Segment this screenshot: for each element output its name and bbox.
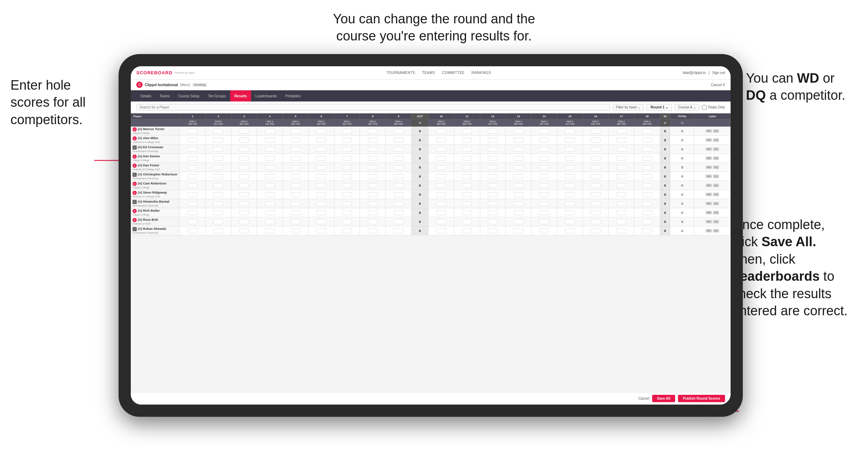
hole-3-input[interactable] [239,147,249,152]
hole-18-input[interactable] [642,147,652,152]
hole-4-input[interactable] [265,201,275,206]
hole-2-input[interactable] [213,192,223,197]
hole-14-input[interactable] [539,174,549,179]
filter-by-team-button[interactable]: Filter by team ⌄ [613,104,644,111]
save-all-button[interactable]: Save All [652,395,675,402]
hole-18-input[interactable] [642,219,652,224]
course-selector[interactable]: Course A ⌄ [675,104,699,111]
hole-6-input[interactable] [316,174,326,179]
nav-tournaments[interactable]: TOURNAMENTS [386,71,415,75]
dq-button[interactable]: DQ [713,138,719,142]
hole-15-input[interactable] [565,219,575,224]
dq-button[interactable]: DQ [713,156,719,160]
hole-5-input[interactable] [291,183,301,188]
hole-11-input[interactable] [462,165,472,170]
hole-6-input[interactable] [316,156,326,161]
hole-5-input[interactable] [291,138,301,143]
hole-3-input[interactable] [239,165,249,170]
hole-6-input[interactable] [316,165,326,170]
hole-6-input[interactable] [316,219,326,224]
hole-17-input[interactable] [617,210,626,215]
tab-results[interactable]: Results [230,90,251,101]
wd-button[interactable]: WD [705,147,712,151]
hole-4-input[interactable] [265,174,275,179]
hole-1-input[interactable] [188,129,197,134]
hole-7-input[interactable] [342,129,352,134]
hole-8-input[interactable] [368,129,378,134]
hole-4-input[interactable] [265,219,275,224]
wd-button[interactable]: WD [705,165,712,169]
wd-button[interactable]: WD [705,193,712,196]
hole-10-input[interactable] [436,156,446,161]
dq-button[interactable]: DQ [713,229,719,233]
hole-7-input[interactable] [342,147,352,152]
hole-8-input[interactable] [368,138,378,143]
hole-4-input[interactable] [265,147,275,152]
hole-8-input[interactable] [368,228,378,233]
hole-13-input[interactable] [514,174,523,179]
hole-8-input[interactable] [368,156,378,161]
cancel-action-button[interactable]: Cancel [639,397,649,400]
hole-9-input[interactable] [394,201,403,206]
dq-button[interactable]: DQ [713,129,719,133]
wd-button[interactable]: WD [705,174,712,178]
hole-13-input[interactable] [514,156,523,161]
hole-16-input[interactable] [591,228,601,233]
hole-2-input[interactable] [213,174,223,179]
hole-10-input[interactable] [436,228,446,233]
hole-11-input[interactable] [462,210,472,215]
hole-12-input[interactable] [488,129,498,134]
hole-10-input[interactable] [436,147,446,152]
totals-only-checkbox[interactable] [702,105,707,110]
wd-button[interactable]: WD [705,138,712,142]
hole-18-input[interactable] [642,228,652,233]
hole-6-input[interactable] [316,228,326,233]
hole-18-input[interactable] [642,201,652,206]
hole-17-input[interactable] [617,192,626,197]
hole-12-input[interactable] [488,210,498,215]
hole-13-input[interactable] [514,138,523,143]
hole-16-input[interactable] [591,138,601,143]
hole-13-input[interactable] [514,228,523,233]
hole-2-input[interactable] [213,210,223,215]
hole-11-input[interactable] [462,228,472,233]
hole-15-input[interactable] [565,192,575,197]
hole-18-input[interactable] [642,156,652,161]
tab-leaderboards[interactable]: Leaderboards [251,90,281,101]
hole-3-input[interactable] [239,210,249,215]
hole-11-input[interactable] [462,138,472,143]
hole-2-input[interactable] [213,129,223,134]
hole-11-input[interactable] [462,174,472,179]
hole-4-input[interactable] [265,192,275,197]
hole-17-input[interactable] [617,147,626,152]
hole-9-input[interactable] [394,192,403,197]
hole-18-input[interactable] [642,129,652,134]
hole-6-input[interactable] [316,183,326,188]
hole-4-input[interactable] [265,138,275,143]
hole-18-input[interactable] [642,174,652,179]
hole-1-input[interactable] [188,192,197,197]
hole-1-input[interactable] [188,174,197,179]
hole-13-input[interactable] [514,192,523,197]
hole-17-input[interactable] [617,183,626,188]
hole-9-input[interactable] [394,147,403,152]
hole-4-input[interactable] [265,210,275,215]
sign-out-link[interactable]: Sign out [712,71,725,75]
hole-3-input[interactable] [239,219,249,224]
hole-17-input[interactable] [617,219,626,224]
hole-15-input[interactable] [565,129,575,134]
hole-4-input[interactable] [265,129,275,134]
nav-rankings[interactable]: RANKINGS [471,71,491,75]
hole-17-input[interactable] [617,165,626,170]
hole-3-input[interactable] [239,201,249,206]
hole-7-input[interactable] [342,174,352,179]
hole-16-input[interactable] [591,174,601,179]
hole-5-input[interactable] [291,210,301,215]
hole-12-input[interactable] [488,156,498,161]
hole-14-input[interactable] [539,219,549,224]
hole-12-input[interactable] [488,174,498,179]
hole-3-input[interactable] [239,156,249,161]
hole-2-input[interactable] [213,165,223,170]
hole-4-input[interactable] [265,156,275,161]
hole-10-input[interactable] [436,192,446,197]
